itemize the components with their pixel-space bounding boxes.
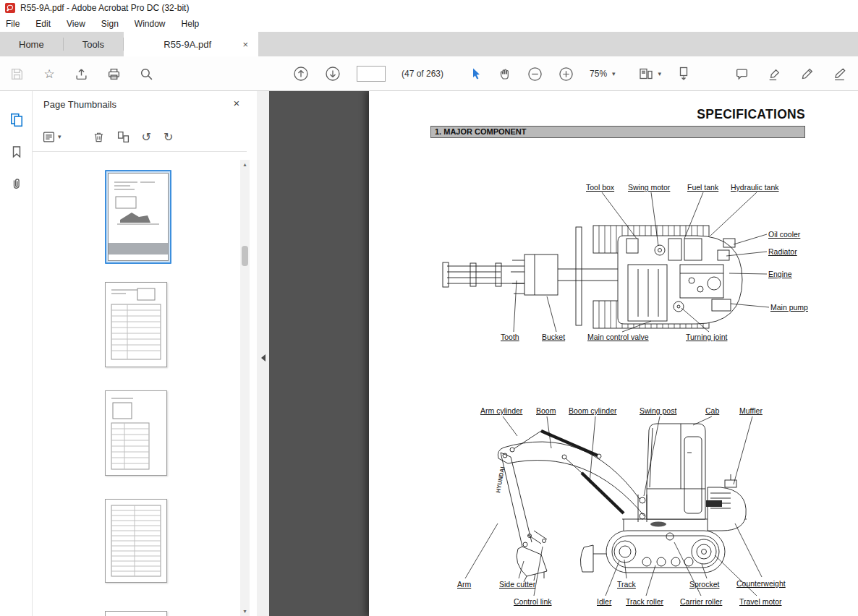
window-title: R55-9A.pdf - Adobe Acrobat Pro DC (32-bi…: [20, 3, 189, 13]
panel-toolbar: ▾ ↺ ↻: [33, 123, 247, 152]
close-tab-icon[interactable]: ×: [239, 39, 251, 50]
edit-pdf-icon[interactable]: [833, 64, 846, 83]
zoom-in-icon[interactable]: [558, 64, 574, 83]
collapse-panel-button[interactable]: [259, 350, 268, 366]
label-counterweight: Counterweight: [736, 579, 786, 589]
menu-help[interactable]: Help: [182, 19, 200, 29]
favorite-star-icon[interactable]: ☆: [43, 64, 56, 83]
label-fuel-tank: Fuel tank: [687, 183, 718, 192]
label-carrier-roller: Carrier roller: [680, 597, 722, 607]
menu-view[interactable]: View: [67, 19, 85, 29]
label-tooth: Tooth: [501, 333, 519, 342]
tab-document[interactable]: R55-9A.pdf ×: [124, 32, 258, 56]
label-track-roller: Track roller: [626, 597, 663, 607]
thumbnail-preview: [109, 174, 168, 260]
label-engine: Engine: [768, 270, 792, 279]
page-thumbnails-panel: Page Thumbnails × ▾ ↺ ↻: [33, 91, 257, 616]
label-hydraulic-tank: Hydraulic tank: [731, 183, 779, 192]
menu-bar: File Edit View Sign Window Help: [0, 16, 858, 32]
page-indicator: (47 of 263): [402, 69, 443, 79]
label-idler: Idler: [597, 597, 611, 607]
chevron-down-icon: ▾: [612, 71, 616, 77]
page-display-icon: [639, 67, 653, 80]
rotate-cw-icon[interactable]: ↻: [163, 132, 173, 143]
panel-gutter: [257, 91, 269, 616]
page-display-dropdown[interactable]: ▾: [639, 67, 662, 80]
chevron-down-icon: ▾: [658, 71, 662, 77]
menu-file[interactable]: File: [6, 19, 20, 29]
rotate-ccw-icon[interactable]: ↺: [142, 132, 151, 143]
search-icon[interactable]: [140, 64, 153, 83]
share-icon[interactable]: [75, 64, 88, 83]
component-diagrams: HYUNDAI: [369, 91, 858, 616]
thumbnails-scrollbar[interactable]: ▴ ▾: [240, 160, 250, 616]
label-swing-post: Swing post: [640, 406, 676, 416]
label-cab: Cab: [705, 406, 719, 416]
previous-page-icon[interactable]: [293, 64, 309, 83]
thumbnail-preview: [106, 500, 166, 582]
attachments-panel-icon[interactable]: [8, 175, 25, 192]
label-arm: Arm: [457, 580, 471, 589]
label-bucket: Bucket: [542, 333, 565, 342]
bookmarks-panel-icon[interactable]: [8, 143, 25, 161]
tab-home-label: Home: [19, 39, 44, 50]
next-page-icon[interactable]: [325, 64, 341, 83]
page-thumbnail-4[interactable]: [105, 499, 171, 584]
label-muffler: Muffler: [739, 406, 763, 416]
zoom-out-icon[interactable]: [527, 64, 543, 83]
page-thumbnail-2[interactable]: [105, 282, 171, 369]
save-icon[interactable]: [10, 64, 24, 83]
label-sprocket: Sprocket: [689, 580, 719, 589]
document-area[interactable]: SPECIFICATIONS 1. MAJOR COMPONENT: [269, 91, 858, 616]
label-oil-cooler: Oil cooler: [768, 230, 800, 239]
label-radiator: Radiator: [768, 247, 797, 257]
page-number-input[interactable]: [357, 66, 386, 82]
panel-header: Page Thumbnails ×: [33, 91, 257, 117]
top-view-diagram: [443, 226, 742, 328]
chevron-down-icon: ▾: [58, 134, 61, 140]
menu-edit[interactable]: Edit: [35, 19, 51, 29]
label-travel-motor: Travel motor: [739, 597, 782, 607]
thumbnail-preview: [106, 283, 166, 367]
highlighter-icon[interactable]: [768, 64, 781, 83]
hand-tool-icon[interactable]: [498, 64, 511, 83]
tab-document-label: R55-9A.pdf: [135, 39, 239, 50]
label-main-control-valve: Main control valve: [587, 333, 649, 342]
scroll-up-icon[interactable]: ▴: [240, 160, 250, 169]
navigation-rail: [0, 91, 33, 616]
label-control-link: Control link: [514, 597, 552, 607]
scroll-down-icon[interactable]: ▾: [240, 607, 250, 616]
title-bar: R55-9A.pdf - Adobe Acrobat Pro DC (32-bi…: [0, 0, 858, 16]
fill-sign-icon[interactable]: [800, 64, 814, 83]
tab-bar: Home Tools R55-9A.pdf ×: [0, 32, 858, 56]
page-thumbnail-5[interactable]: [105, 611, 171, 616]
label-main-pump: Main pump: [770, 303, 808, 312]
zoom-level-dropdown[interactable]: 75% ▾: [590, 69, 616, 79]
comment-icon[interactable]: [735, 64, 749, 83]
boom-brand-text: HYUNDAI: [495, 466, 506, 493]
scrollbar-thumb[interactable]: [242, 246, 248, 266]
resize-thumbnails-icon[interactable]: [117, 131, 129, 143]
print-icon[interactable]: [107, 64, 121, 83]
tab-tools[interactable]: Tools: [64, 32, 123, 56]
label-swing-motor: Swing motor: [628, 183, 670, 192]
page-thumbnails-panel-icon[interactable]: [8, 111, 25, 129]
tab-home[interactable]: Home: [0, 32, 63, 56]
menu-sign[interactable]: Sign: [101, 19, 119, 29]
label-boom: Boom: [536, 406, 556, 416]
page-thumbnail-3[interactable]: [105, 390, 171, 477]
label-track: Track: [617, 580, 636, 589]
panel-options-menu[interactable]: ▾: [43, 131, 61, 143]
thumbnail-preview: [106, 391, 166, 475]
close-panel-icon[interactable]: ×: [229, 97, 244, 109]
acrobat-app-icon: [5, 3, 15, 13]
page-thumbnail-1[interactable]: [105, 170, 171, 264]
label-side-cutter: Side cutter: [499, 580, 535, 589]
menu-window[interactable]: Window: [135, 19, 166, 29]
panel-title: Page Thumbnails: [43, 99, 116, 110]
zoom-level-value: 75%: [590, 69, 607, 79]
page-scrolling-icon[interactable]: [677, 64, 690, 83]
pdf-page: SPECIFICATIONS 1. MAJOR COMPONENT: [369, 91, 858, 616]
delete-pages-icon[interactable]: [93, 131, 105, 143]
select-tool-icon[interactable]: [470, 64, 483, 83]
